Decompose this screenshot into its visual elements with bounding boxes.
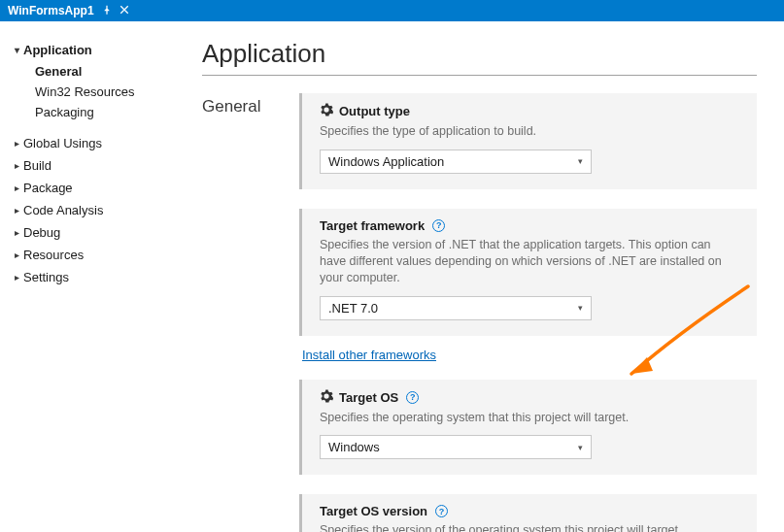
select-value: Windows <box>328 440 380 454</box>
gear-icon <box>320 389 333 406</box>
chevron-down-icon: ▾ <box>578 443 583 452</box>
sidebar-item-label: Build <box>23 158 175 173</box>
chevron-right-icon <box>10 160 23 171</box>
pin-icon[interactable] <box>102 4 112 17</box>
sidebar-item-debug[interactable]: Debug <box>8 221 177 244</box>
chevron-right-icon <box>10 138 23 149</box>
chevron-right-icon <box>10 272 23 283</box>
page-title: Application <box>202 39 757 69</box>
sidebar-item-build[interactable]: Build <box>8 154 177 177</box>
chevron-down-icon <box>10 45 23 55</box>
sidebar-item-package[interactable]: Package <box>8 177 177 199</box>
select-value: Windows Application <box>328 154 444 169</box>
sidebar-item-global-usings[interactable]: Global Usings <box>8 132 177 154</box>
sidebar-item-settings[interactable]: Settings <box>8 266 177 288</box>
sidebar-sub-win32[interactable]: Win32 Resources <box>8 82 177 102</box>
info-icon[interactable]: ? <box>432 219 445 232</box>
sidebar: Application General Win32 Resources Pack… <box>0 21 185 532</box>
card-title: Target framework <box>320 218 425 233</box>
chevron-down-icon: ▾ <box>578 156 583 166</box>
chevron-down-icon: ▾ <box>578 303 583 313</box>
sidebar-item-label: Application <box>23 43 175 57</box>
sidebar-item-label: Code Analysis <box>23 203 175 217</box>
sidebar-item-label: Resources <box>23 248 175 262</box>
chevron-right-icon <box>10 249 23 260</box>
card-target-os: Target OS ? Specifies the operating syst… <box>299 380 757 476</box>
sidebar-sub-general[interactable]: General <box>8 61 177 82</box>
sidebar-item-label: Global Usings <box>23 136 175 150</box>
sidebar-item-label: Settings <box>23 270 175 284</box>
info-icon[interactable]: ? <box>406 391 419 404</box>
card-description: Specifies the version of the operating s… <box>320 522 739 532</box>
sidebar-item-application[interactable]: Application <box>8 39 177 61</box>
titlebar: WinFormsApp1 <box>0 0 784 21</box>
card-title: Target OS version <box>320 504 427 518</box>
card-target-framework: Target framework ? Specifies the version… <box>299 209 757 336</box>
card-target-os-version: Target OS version ? Specifies the versio… <box>299 494 757 532</box>
info-icon[interactable]: ? <box>435 505 448 517</box>
card-description: Specifies the type of application to bui… <box>320 123 739 140</box>
output-type-select[interactable]: Windows Application ▾ <box>320 150 592 174</box>
sidebar-item-label: Debug <box>23 225 175 240</box>
chevron-right-icon <box>10 205 23 216</box>
card-title: Target OS <box>339 390 398 405</box>
sidebar-item-code-analysis[interactable]: Code Analysis <box>8 199 177 221</box>
install-frameworks-link[interactable]: Install other frameworks <box>302 348 436 362</box>
tab-title[interactable]: WinFormsApp1 <box>8 4 94 17</box>
card-title: Output type <box>339 104 410 118</box>
sidebar-sub-packaging[interactable]: Packaging <box>8 102 177 122</box>
chevron-right-icon <box>10 227 23 238</box>
chevron-right-icon <box>10 183 23 193</box>
target-os-select[interactable]: Windows ▾ <box>320 435 592 459</box>
card-description: Specifies the version of .NET that the a… <box>320 237 739 286</box>
sidebar-item-label: Package <box>23 181 175 195</box>
card-description: Specifies the operating system that this… <box>320 410 739 426</box>
select-value: .NET 7.0 <box>328 301 378 316</box>
gear-icon <box>320 103 333 119</box>
close-icon[interactable] <box>119 4 129 17</box>
main-panel: Application General Output type Specifie… <box>185 21 784 532</box>
card-output-type: Output type Specifies the type of applic… <box>299 93 757 189</box>
target-framework-select[interactable]: .NET 7.0 ▾ <box>320 296 592 320</box>
divider <box>202 75 757 76</box>
section-heading: General <box>202 93 299 532</box>
sidebar-item-resources[interactable]: Resources <box>8 244 177 266</box>
